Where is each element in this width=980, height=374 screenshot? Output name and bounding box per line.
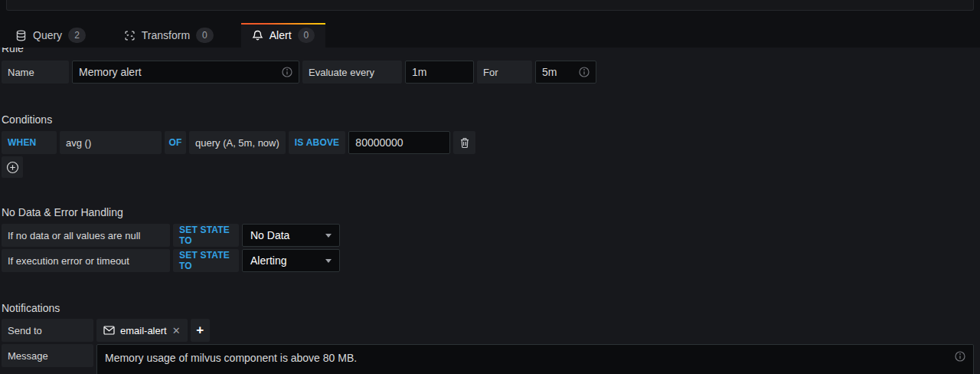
no-data-state-value: No Data <box>250 229 289 241</box>
add-condition-button[interactable] <box>2 156 23 178</box>
name-label: Name <box>2 61 69 84</box>
no-data-set-state-label: SET STATE TO <box>173 224 239 247</box>
tab-transform-label: Transform <box>142 29 190 41</box>
error-set-state-label: SET STATE TO <box>173 249 239 272</box>
no-data-row: If no data or all values are null SET ST… <box>2 224 974 247</box>
chevron-down-icon <box>325 234 332 238</box>
info-icon <box>282 67 292 77</box>
delete-condition-button[interactable] <box>453 131 475 154</box>
send-to-row: Send to email-alert ✕ + <box>2 319 974 342</box>
panel-editor-tabbar: Query 2 Transform 0 Alert 0 <box>0 23 980 48</box>
envelope-icon <box>103 326 115 335</box>
evaluate-every-value: 1m <box>412 66 467 78</box>
send-to-label: Send to <box>2 319 93 342</box>
recipient-name: email-alert <box>120 325 167 336</box>
for-value: 5m <box>542 66 574 78</box>
database-icon <box>15 30 27 41</box>
tab-query-label: Query <box>33 29 62 41</box>
for-label: For <box>477 61 532 84</box>
tab-transform[interactable]: Transform 0 <box>113 23 224 48</box>
error-state-select[interactable]: Alerting <box>242 249 340 272</box>
remove-recipient-icon[interactable]: ✕ <box>172 325 181 336</box>
no-data-state-select[interactable]: No Data <box>242 224 340 247</box>
tab-query[interactable]: Query 2 <box>5 23 96 48</box>
message-label: Message <box>2 344 93 367</box>
add-recipient-button[interactable]: + <box>191 319 210 342</box>
threshold-input[interactable]: 80000000 <box>348 131 450 154</box>
error-handling-label: If execution error or timeout <box>2 249 170 272</box>
panel-above-edge <box>6 0 974 11</box>
evaluate-every-input[interactable]: 1m <box>405 61 474 84</box>
no-data-label: If no data or all values are null <box>2 224 170 247</box>
process-icon <box>124 30 136 41</box>
condition-evaluator[interactable]: IS ABOVE <box>289 131 346 154</box>
chevron-down-icon <box>325 259 332 263</box>
condition-aggregation[interactable]: avg () <box>60 131 162 154</box>
evaluate-every-label: Evaluate every <box>302 61 402 84</box>
trash-icon <box>459 137 470 149</box>
message-row: Message Memory usage of milvus component… <box>2 344 974 374</box>
rule-section-heading: Rule <box>2 48 974 55</box>
error-state-value: Alerting <box>250 254 286 267</box>
condition-query-part[interactable]: query (A, 5m, now) <box>189 131 286 154</box>
tab-alert-count: 0 <box>298 28 315 43</box>
tab-transform-count: 0 <box>196 28 214 43</box>
condition-row: WHEN avg () OF query (A, 5m, now) IS ABO… <box>2 131 974 154</box>
message-textarea[interactable]: Memory usage of milvus component is abov… <box>96 344 974 374</box>
error-handling-row: If execution error or timeout SET STATE … <box>2 249 974 272</box>
info-icon <box>579 67 590 77</box>
recipient-tag: email-alert ✕ <box>96 319 188 342</box>
tab-alert-label: Alert <box>270 29 292 41</box>
notifications-section-heading: Notifications <box>2 302 974 315</box>
tab-alert[interactable]: Alert 0 <box>241 23 325 48</box>
threshold-value: 80000000 <box>355 136 443 149</box>
for-input[interactable]: 5m <box>535 61 596 84</box>
conditions-section-heading: Conditions <box>2 113 974 126</box>
alert-tab-content: Rule Name Memory alert Evaluate every 1m… <box>0 48 980 374</box>
tab-query-count: 2 <box>68 28 86 43</box>
condition-of[interactable]: OF <box>165 131 186 154</box>
message-value: Memory usage of milvus component is abov… <box>105 352 357 364</box>
name-value: Memory alert <box>79 66 277 78</box>
bell-icon <box>252 30 263 41</box>
condition-when[interactable]: WHEN <box>2 131 57 154</box>
name-input[interactable]: Memory alert <box>72 61 299 84</box>
no-data-section-heading: No Data & Error Handling <box>2 206 974 219</box>
plus-circle-icon <box>6 161 19 174</box>
info-icon <box>955 351 965 362</box>
rule-row: Name Memory alert Evaluate every 1m For … <box>2 61 974 84</box>
